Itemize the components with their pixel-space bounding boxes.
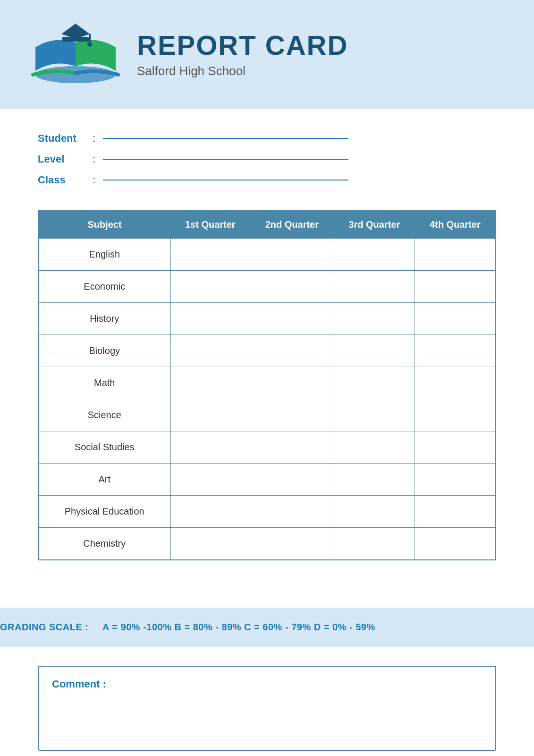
q4-cell — [415, 367, 496, 399]
col-q4: 4th Quarter — [415, 210, 496, 239]
student-line — [103, 138, 348, 139]
q4-cell — [415, 464, 496, 496]
subject-cell: Biology — [38, 335, 170, 367]
q4-cell — [415, 335, 496, 367]
q2-cell — [250, 271, 334, 303]
q2-cell — [250, 464, 334, 496]
table-row: Art — [38, 464, 496, 496]
q1-cell — [170, 399, 250, 431]
q4-cell — [415, 271, 496, 303]
q1-cell — [170, 528, 250, 560]
class-colon: : — [93, 174, 95, 186]
q1-cell — [170, 367, 250, 399]
student-info: Student : Level : Class : — [38, 132, 496, 186]
subject-cell: History — [38, 303, 170, 335]
subject-cell: Chemistry — [38, 528, 170, 560]
table-header-row: Subject 1st Quarter 2nd Quarter 3rd Quar… — [38, 210, 496, 239]
comment-label: Comment : — [52, 678, 482, 690]
grading-scale-values: A = 90% -100% B = 80% - 89% C = 60% - 79… — [102, 622, 375, 632]
school-logo — [28, 19, 123, 90]
q1-cell — [170, 303, 250, 335]
school-name: Salford High School — [137, 64, 348, 78]
comment-section: Comment : — [0, 647, 534, 756]
student-row: Student : — [38, 132, 496, 145]
svg-marker-2 — [61, 24, 90, 39]
level-line — [103, 159, 348, 160]
svg-point-4 — [87, 42, 92, 47]
class-row: Class : — [38, 174, 496, 186]
table-row: Biology — [38, 335, 496, 367]
q2-cell — [250, 239, 334, 271]
q1-cell — [170, 335, 250, 367]
q3-cell — [334, 367, 415, 399]
q3-cell — [334, 303, 415, 335]
q2-cell — [250, 431, 334, 464]
q4-cell — [415, 239, 496, 271]
level-row: Level : — [38, 153, 496, 165]
q1-cell — [170, 239, 250, 271]
q1-cell — [170, 271, 250, 303]
col-q2: 2nd Quarter — [250, 210, 334, 239]
table-row: English — [38, 239, 496, 271]
q1-cell — [170, 464, 250, 496]
table-row: Chemistry — [38, 528, 496, 560]
q3-cell — [334, 399, 415, 431]
level-label: Level — [38, 153, 85, 165]
comment-box: Comment : — [38, 666, 496, 751]
grading-scale-section: GRADING SCALE : A = 90% -100% B = 80% - … — [0, 608, 534, 647]
level-colon: : — [93, 153, 95, 165]
table-row: Math — [38, 367, 496, 399]
subject-cell: Science — [38, 399, 170, 431]
subject-cell: Social Studies — [38, 431, 170, 464]
table-row: Physical Education — [38, 496, 496, 528]
q3-cell — [334, 528, 415, 560]
q3-cell — [334, 271, 415, 303]
q4-cell — [415, 431, 496, 464]
class-label: Class — [38, 174, 85, 186]
q3-cell — [334, 496, 415, 528]
q4-cell — [415, 528, 496, 560]
col-q1: 1st Quarter — [170, 210, 250, 239]
q4-cell — [415, 303, 496, 335]
report-card-title: REPORT CARD — [137, 30, 348, 60]
table-row: Economic — [38, 271, 496, 303]
table-row: History — [38, 303, 496, 335]
q2-cell — [250, 335, 334, 367]
class-line — [103, 180, 348, 180]
header-text: REPORT CARD Salford High School — [137, 30, 348, 79]
q2-cell — [250, 367, 334, 399]
subject-cell: English — [38, 239, 170, 271]
q3-cell — [334, 431, 415, 464]
main-content: Student : Level : Class : Subject 1st Qu… — [0, 109, 534, 608]
col-q3: 3rd Quarter — [334, 210, 415, 239]
grading-scale-label: GRADING SCALE : — [0, 622, 89, 632]
header-banner: REPORT CARD Salford High School — [0, 0, 534, 109]
q2-cell — [250, 399, 334, 431]
q4-cell — [415, 399, 496, 431]
grades-table: Subject 1st Quarter 2nd Quarter 3rd Quar… — [38, 210, 496, 560]
subject-cell: Physical Education — [38, 496, 170, 528]
q1-cell — [170, 496, 250, 528]
student-colon: : — [93, 132, 95, 145]
q1-cell — [170, 431, 250, 464]
subject-cell: Math — [38, 367, 170, 399]
student-label: Student — [38, 132, 85, 145]
q3-cell — [334, 335, 415, 367]
grading-scale-text: GRADING SCALE : A = 90% -100% B = 80% - … — [0, 622, 375, 632]
q2-cell — [250, 528, 334, 560]
subject-cell: Economic — [38, 271, 170, 303]
q3-cell — [334, 464, 415, 496]
table-row: Science — [38, 399, 496, 431]
q3-cell — [334, 239, 415, 271]
q2-cell — [250, 496, 334, 528]
q2-cell — [250, 303, 334, 335]
q4-cell — [415, 496, 496, 528]
table-row: Social Studies — [38, 431, 496, 464]
subject-cell: Art — [38, 464, 170, 496]
col-subject: Subject — [38, 210, 170, 239]
